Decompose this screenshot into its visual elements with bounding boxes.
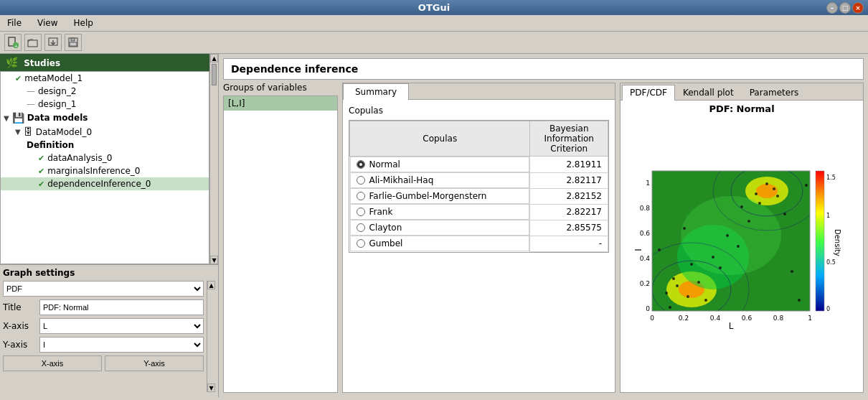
close-button[interactable]: ×: [852, 2, 864, 14]
svg-point-41: [740, 205, 743, 208]
copulas-table-wrap: Copulas Bayesian Information Criterion N…: [349, 120, 609, 253]
datamodels-icon: 💾: [12, 112, 24, 124]
svg-point-38: [783, 213, 786, 215]
check-icon: ✔: [38, 180, 44, 189]
tree-item-design1[interactable]: — design_1: [1, 98, 209, 111]
copula-name-cell[interactable]: Clayton: [350, 220, 530, 236]
svg-rect-7: [71, 38, 75, 41]
expand-arrow-icon: ▼: [4, 114, 9, 122]
menu-help[interactable]: Help: [70, 17, 98, 29]
settings-scroll-up[interactable]: ▲: [207, 281, 215, 289]
yaxis-select[interactable]: I L: [39, 337, 204, 353]
tree-item-definition[interactable]: Definition: [1, 139, 209, 152]
svg-point-27: [755, 192, 758, 195]
copula-name-cell[interactable]: Ali-Mikhail-Haq: [350, 172, 530, 188]
svg-text:+: +: [14, 43, 18, 49]
group-item-LI[interactable]: [L,I]: [224, 96, 337, 111]
tree-container[interactable]: ✔ metaModel_1 — design_2 — design_1: [0, 71, 209, 264]
settings-scrollbar[interactable]: ▲ ▼: [207, 281, 215, 392]
plot-tab-parameters[interactable]: Parameters: [742, 85, 807, 100]
plot-tab-pdfcdf[interactable]: PDF/CDF: [622, 85, 675, 101]
cb-tick-05: 0.5: [826, 259, 836, 266]
xaxis-button[interactable]: X-axis: [3, 355, 102, 371]
radio-icon[interactable]: [357, 239, 365, 248]
radio-icon[interactable]: [357, 223, 365, 232]
tree-item-datamodel0[interactable]: ▼ 🗄 DataModel_0: [1, 125, 209, 139]
studies-header: 🌿 Studies: [0, 54, 209, 71]
database-icon: 🗄: [24, 126, 33, 137]
svg-rect-47: [816, 171, 824, 311]
groups-panel: Groups of variables [L,I]: [223, 83, 338, 393]
yaxis-button[interactable]: Y-axis: [105, 355, 204, 371]
xaxis-row: X-axis L I: [3, 318, 204, 334]
tree-item-dataanalysis[interactable]: ✔ dataAnalysis_0: [1, 152, 209, 164]
maximize-button[interactable]: □: [839, 2, 851, 14]
plot-tab-kendall[interactable]: Kendall plot: [675, 85, 742, 100]
tree-label: dataAnalysis_0: [47, 153, 112, 163]
scroll-down-arrow[interactable]: ▼: [210, 256, 218, 264]
titlebar: OTGui – □ ×: [0, 0, 868, 15]
radio-icon[interactable]: [357, 160, 365, 169]
svg-point-36: [719, 266, 722, 269]
menubar: File View Help: [0, 15, 868, 32]
copula-name-cell[interactable]: Gumbel: [350, 236, 530, 251]
x-tick-04: 0.4: [710, 315, 721, 322]
tree-item-metamodel[interactable]: ✔ metaModel_1: [1, 72, 209, 85]
x-tick-02: 0.2: [679, 315, 689, 322]
copula-name-cell[interactable]: Normal: [350, 157, 530, 172]
y-tick-02: 0.2: [640, 280, 650, 287]
graph-settings-panel: Graph settings PDF CDF Survival function: [0, 264, 218, 397]
tree-label: DataModel_0: [36, 127, 92, 137]
scroll-up-arrow[interactable]: ▲: [210, 54, 218, 62]
y-tick-04: 0.4: [640, 255, 651, 262]
svg-point-22: [676, 284, 679, 287]
radio-icon[interactable]: [357, 176, 365, 185]
y-axis-label: I: [634, 248, 643, 251]
check-icon: ✔: [38, 167, 44, 176]
tree-label: marginalsInference_0: [47, 166, 140, 176]
svg-point-16: [681, 196, 781, 275]
svg-point-34: [712, 256, 714, 259]
scroll-thumb[interactable]: [212, 64, 217, 85]
expand-arrow-icon: ▼: [15, 128, 21, 136]
new-button[interactable]: +: [4, 34, 22, 51]
minimize-button[interactable]: –: [826, 2, 838, 14]
menu-file[interactable]: File: [3, 17, 26, 29]
check-icon: ✔: [15, 74, 22, 83]
export-button[interactable]: [44, 34, 62, 51]
radio-icon[interactable]: [357, 192, 365, 200]
svg-point-32: [726, 234, 729, 237]
x-tick-1: 1: [808, 315, 812, 322]
tree-item-design2[interactable]: — design_2: [1, 85, 209, 98]
tree-item-dependenceinference[interactable]: ✔ dependenceInference_0: [1, 177, 209, 190]
copula-name-cell[interactable]: Farlie-Gumbel-Morgenstern: [350, 188, 530, 204]
svg-point-42: [669, 306, 671, 309]
copula-label: Clayton: [369, 223, 402, 233]
menu-view[interactable]: View: [33, 17, 62, 29]
plot-type-select[interactable]: PDF CDF Survival function: [3, 281, 204, 297]
tab-summary[interactable]: Summary: [343, 83, 409, 100]
xaxis-label: X-axis: [3, 321, 35, 331]
open-button[interactable]: [24, 34, 42, 51]
y-tick-1: 1: [646, 180, 650, 187]
copula-name-cell[interactable]: Frank: [350, 204, 530, 220]
tab-bar: Summary: [343, 83, 615, 100]
save-button[interactable]: [65, 34, 82, 51]
xaxis-select[interactable]: L I: [39, 318, 204, 334]
tree-label: dependenceInference_0: [47, 179, 151, 189]
tree-item-marginalsinference[interactable]: ✔ marginalsInference_0: [1, 164, 209, 177]
yaxis-label: Y-axis: [3, 340, 35, 350]
tree-dash: —: [27, 86, 35, 96]
tree-scrollbar[interactable]: ▲ ▼: [209, 54, 218, 264]
col-copulas: Copulas: [350, 121, 530, 157]
copulas-title: Copulas: [349, 106, 609, 116]
title-input[interactable]: [39, 299, 204, 315]
groups-title: Groups of variables: [223, 83, 338, 93]
settings-scroll-down[interactable]: ▼: [207, 383, 215, 392]
x-axis-label: L: [729, 321, 734, 331]
svg-point-14: [756, 184, 778, 198]
left-panel: 🌿 Studies ✔ metaModel_1 — design_2: [0, 54, 219, 397]
bic-value: 2.85575: [530, 220, 608, 236]
radio-icon[interactable]: [357, 208, 365, 216]
tree-item-datamodels[interactable]: ▼ 💾 Data models: [1, 111, 209, 125]
